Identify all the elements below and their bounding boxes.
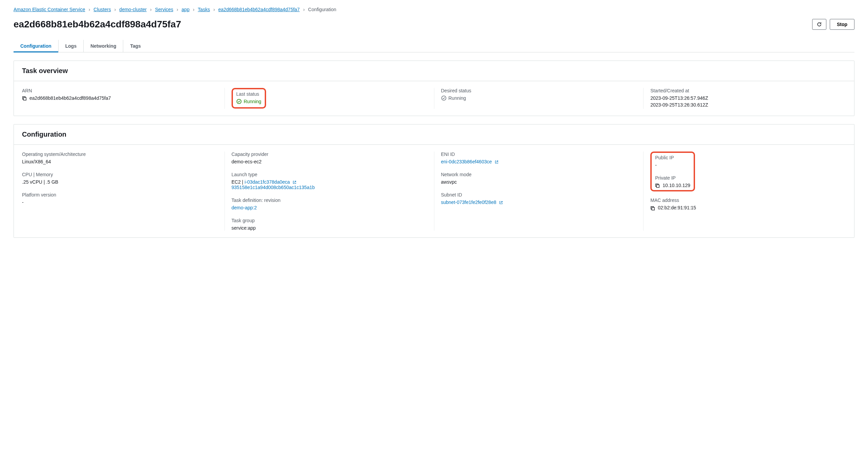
subnet-label: Subnet ID bbox=[441, 192, 637, 198]
chevron-right-icon: › bbox=[89, 7, 90, 12]
panel-body: Operating system/Architecture Linux/X86_… bbox=[14, 145, 854, 237]
copy-icon[interactable] bbox=[650, 205, 655, 210]
breadcrumb-link-cluster[interactable]: demo-cluster bbox=[119, 7, 147, 12]
mac-value: 02:b2:de:91:91:15 bbox=[658, 205, 696, 210]
copy-icon[interactable] bbox=[22, 95, 27, 101]
eni-link[interactable]: eni-0dc233b86ef4603ce bbox=[441, 159, 492, 164]
netmode-value: awsvpc bbox=[441, 179, 637, 185]
panel-header: Task overview bbox=[14, 61, 854, 81]
page-actions: Stop bbox=[812, 19, 854, 30]
breadcrumb-link-ecs[interactable]: Amazon Elastic Container Service bbox=[14, 7, 85, 12]
tab-configuration[interactable]: Configuration bbox=[14, 40, 59, 52]
arn-label: ARN bbox=[22, 88, 218, 93]
capacity-value: demo-ecs-ec2 bbox=[232, 159, 427, 164]
refresh-button[interactable] bbox=[812, 19, 826, 30]
arn-value: ea2d668b81eb4b62a4cdf898a4d75fa7 bbox=[29, 95, 111, 101]
chevron-right-icon: › bbox=[213, 7, 215, 12]
page-title: ea2d668b81eb4b62a4cdf898a4d75fa7 bbox=[14, 19, 181, 30]
cpu-label: CPU | Memory bbox=[22, 172, 218, 177]
mac-label: MAC address bbox=[650, 198, 846, 203]
subnet-link[interactable]: subnet-073fe1fe2fe0f28e8 bbox=[441, 200, 496, 205]
check-circle-icon bbox=[236, 99, 242, 104]
panel-title: Configuration bbox=[22, 131, 846, 138]
chevron-right-icon: › bbox=[150, 7, 152, 12]
publicip-label: Public IP bbox=[655, 155, 690, 160]
breadcrumb: Amazon Elastic Container Service › Clust… bbox=[14, 7, 854, 12]
panel-title: Task overview bbox=[22, 67, 846, 75]
started-label: Started/Created at bbox=[650, 88, 846, 93]
svg-rect-0 bbox=[23, 98, 26, 100]
taskdef-label: Task definition: revision bbox=[232, 198, 427, 203]
svg-rect-3 bbox=[657, 185, 659, 188]
tab-logs[interactable]: Logs bbox=[59, 40, 84, 52]
highlight-ip-block: Public IP - Private IP 10.10.10.129 bbox=[650, 152, 695, 191]
desired-status-label: Desired status bbox=[441, 88, 637, 93]
privateip-label: Private IP bbox=[655, 175, 690, 181]
external-link-icon bbox=[292, 179, 297, 185]
breadcrumb-link-tasks[interactable]: Tasks bbox=[198, 7, 210, 12]
check-circle-icon bbox=[441, 95, 447, 101]
os-value: Linux/X86_64 bbox=[22, 159, 218, 164]
breadcrumb-link-services[interactable]: Services bbox=[155, 7, 173, 12]
chevron-right-icon: › bbox=[303, 7, 305, 12]
launch-label: Launch type bbox=[232, 172, 427, 177]
chevron-right-icon: › bbox=[193, 7, 195, 12]
highlight-last-status: Last status Running bbox=[232, 88, 266, 109]
breadcrumb-link-app[interactable]: app bbox=[181, 7, 189, 12]
taskgroup-value: service:app bbox=[232, 225, 427, 231]
platform-label: Platform version bbox=[22, 192, 218, 198]
external-link-icon bbox=[495, 159, 499, 164]
started-value-1: 2023-09-25T13:26:57.946Z bbox=[650, 95, 846, 101]
panel-header: Configuration bbox=[14, 124, 854, 145]
capacity-label: Capacity provider bbox=[232, 152, 427, 157]
tab-tags[interactable]: Tags bbox=[123, 40, 148, 52]
page-header: ea2d668b81eb4b62a4cdf898a4d75fa7 Stop bbox=[14, 19, 854, 30]
privateip-value: 10.10.10.129 bbox=[663, 183, 690, 188]
launch-prefix: EC2 | bbox=[232, 179, 245, 185]
tabs: Configuration Logs Networking Tags bbox=[14, 40, 854, 52]
panel-configuration: Configuration Operating system/Architect… bbox=[14, 124, 854, 238]
breadcrumb-link-task-id[interactable]: ea2d668b81eb4b62a4cdf898a4d75fa7 bbox=[218, 7, 300, 12]
breadcrumb-current: Configuration bbox=[308, 7, 336, 12]
os-label: Operating system/Architecture bbox=[22, 152, 218, 157]
cpu-value: .25 vCPU | .5 GB bbox=[22, 179, 218, 185]
panel-body: ARN ea2d668b81eb4b62a4cdf898a4d75fa7 Las… bbox=[14, 81, 854, 116]
tab-networking[interactable]: Networking bbox=[84, 40, 123, 52]
publicip-value: - bbox=[655, 162, 690, 168]
taskdef-link[interactable]: demo-app:2 bbox=[232, 205, 257, 210]
external-link-icon bbox=[499, 200, 503, 205]
svg-rect-4 bbox=[652, 207, 655, 210]
copy-icon[interactable] bbox=[655, 183, 660, 188]
chevron-right-icon: › bbox=[177, 7, 178, 12]
eni-label: ENI ID bbox=[441, 152, 637, 157]
breadcrumb-link-clusters[interactable]: Clusters bbox=[93, 7, 111, 12]
stop-button[interactable]: Stop bbox=[830, 19, 854, 30]
netmode-label: Network mode bbox=[441, 172, 637, 177]
taskgroup-label: Task group bbox=[232, 218, 427, 223]
panel-task-overview: Task overview ARN ea2d668b81eb4b62a4cdf8… bbox=[14, 61, 854, 116]
last-status-label: Last status bbox=[236, 91, 261, 97]
desired-status-value: Running bbox=[449, 95, 466, 101]
platform-value: - bbox=[22, 200, 218, 205]
instance-link[interactable]: i-03dac1fc378da0eca bbox=[244, 179, 290, 185]
refresh-icon bbox=[817, 22, 822, 27]
last-status-value: Running bbox=[244, 99, 261, 104]
chevron-right-icon: › bbox=[114, 7, 116, 12]
started-value-2: 2023-09-25T13:26:30.612Z bbox=[650, 102, 846, 108]
launch-hash-link[interactable]: 935158e1c1a94d008cb650ac1c135a1b bbox=[232, 185, 315, 190]
